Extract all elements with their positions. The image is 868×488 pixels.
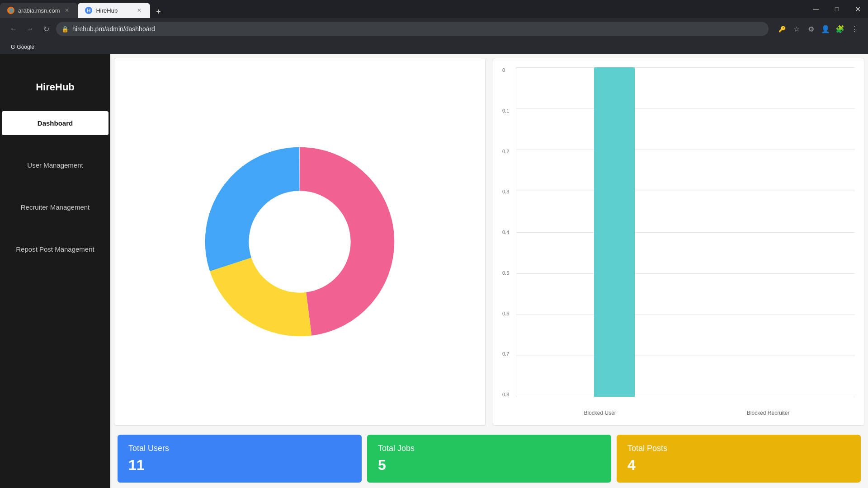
- google-favicon: G: [11, 44, 15, 50]
- tab-close-hirehub[interactable]: ✕: [136, 7, 143, 14]
- svg-point-3: [250, 192, 350, 292]
- stat-card-total-posts: Total Posts 4: [617, 435, 861, 483]
- stat-card-total-jobs: Total Jobs 5: [367, 435, 611, 483]
- y-label-0.8: 0.8: [502, 392, 512, 397]
- sidebar-item-user-management[interactable]: User Management: [0, 153, 110, 177]
- sidebar: HireHub Dashboard User Management Recrui…: [0, 54, 110, 488]
- bookmark-google[interactable]: G Google: [7, 43, 38, 51]
- stat-jobs-label: Total Jobs: [378, 444, 600, 453]
- browser-tabs-bar: 🌐 arabia.msn.com ✕ H HireHub ✕ + ─ □ ✕: [0, 0, 868, 18]
- y-label-0.4: 0.4: [502, 230, 512, 235]
- main-content: 0.8 0.7 0.6 0.5 0.4 0.3 0.2 0.1 0: [110, 54, 868, 488]
- y-label-0.5: 0.5: [502, 270, 512, 276]
- maximize-button[interactable]: □: [826, 0, 847, 18]
- extension-puzzle-icon[interactable]: 🧩: [834, 23, 846, 35]
- password-icon[interactable]: 🔑: [776, 23, 788, 35]
- tab-label-msn: arabia.msn.com: [18, 7, 60, 14]
- more-menu-icon[interactable]: ⋮: [848, 23, 861, 35]
- x-label-blocked-user: Blocked User: [584, 410, 616, 416]
- bar-blocked-user: [594, 67, 635, 397]
- charts-row: 0.8 0.7 0.6 0.5 0.4 0.3 0.2 0.1 0: [110, 54, 868, 429]
- y-label-0.6: 0.6: [502, 311, 512, 316]
- x-axis-labels: Blocked User Blocked Recruiter: [502, 408, 855, 416]
- bar-chart-area: 0.8 0.7 0.6 0.5 0.4 0.3 0.2 0.1 0: [502, 67, 855, 408]
- bar-blocked-user-fill: [594, 67, 635, 397]
- sidebar-item-repost-management[interactable]: Repost Post Management: [0, 237, 110, 261]
- close-button[interactable]: ✕: [847, 0, 868, 18]
- sidebar-item-recruiter-management[interactable]: Recruiter Management: [0, 195, 110, 219]
- stats-row: Total Users 11 Total Jobs 5 Total Posts …: [110, 429, 868, 488]
- sidebar-logo: HireHub: [0, 72, 110, 102]
- bar-blocked-recruiter: [736, 67, 777, 397]
- toolbar-icons: 🔑 ☆ ⚙ 👤 🧩 ⋮: [776, 23, 861, 35]
- forward-button[interactable]: →: [24, 23, 36, 35]
- sidebar-dashboard-label: Dashboard: [38, 119, 73, 127]
- bars-wrapper: [516, 67, 855, 397]
- stat-jobs-value: 5: [378, 457, 600, 474]
- sidebar-user-mgmt-label: User Management: [27, 161, 83, 169]
- tab-label-hirehub: HireHub: [96, 7, 118, 14]
- y-label-0.7: 0.7: [502, 351, 512, 357]
- tab-hirehub[interactable]: H HireHub ✕: [78, 3, 150, 18]
- y-label-0.3: 0.3: [502, 189, 512, 194]
- stat-users-label: Total Users: [128, 444, 351, 453]
- bookmarks-bar: G Google: [0, 40, 868, 54]
- stat-users-value: 11: [128, 457, 351, 474]
- tab-msn[interactable]: 🌐 arabia.msn.com ✕: [0, 3, 78, 18]
- stat-posts-label: Total Posts: [627, 444, 850, 453]
- bookmark-google-label: Google: [17, 44, 34, 50]
- bookmark-star-icon[interactable]: ☆: [790, 23, 803, 35]
- bar-chart-card: 0.8 0.7 0.6 0.5 0.4 0.3 0.2 0.1 0: [493, 58, 864, 426]
- refresh-button[interactable]: ↻: [40, 23, 52, 35]
- donut-chart-svg: [196, 138, 404, 346]
- y-axis: 0.8 0.7 0.6 0.5 0.4 0.3 0.2 0.1 0: [502, 67, 516, 397]
- bar-chart-container: 0.8 0.7 0.6 0.5 0.4 0.3 0.2 0.1 0: [502, 67, 855, 416]
- sidebar-repost-mgmt-label: Repost Post Management: [16, 245, 94, 253]
- tab-favicon-hirehub: H: [85, 7, 92, 14]
- stat-card-total-users: Total Users 11: [118, 435, 362, 483]
- extensions-icon[interactable]: ⚙: [805, 23, 817, 35]
- lock-icon: 🔒: [61, 26, 69, 33]
- back-button[interactable]: ←: [7, 23, 20, 35]
- donut-chart-card: [114, 58, 486, 426]
- new-tab-button[interactable]: +: [152, 5, 165, 18]
- tab-close-msn[interactable]: ✕: [63, 7, 71, 14]
- minimize-button[interactable]: ─: [806, 0, 826, 18]
- content-area: 0.8 0.7 0.6 0.5 0.4 0.3 0.2 0.1 0: [110, 54, 868, 488]
- tab-favicon-msn: 🌐: [7, 7, 14, 14]
- y-label-0: 0: [502, 67, 512, 73]
- x-label-blocked-recruiter: Blocked Recruiter: [747, 410, 790, 416]
- bars-container: [516, 67, 855, 397]
- address-text: hirehub.pro/admin/dashboard: [72, 25, 155, 33]
- browser-toolbar: ← → ↻ 🔒 hirehub.pro/admin/dashboard 🔑 ☆ …: [0, 18, 868, 40]
- sidebar-recruiter-mgmt-label: Recruiter Management: [21, 203, 90, 211]
- address-bar[interactable]: 🔒 hirehub.pro/admin/dashboard: [56, 22, 769, 36]
- sidebar-item-dashboard[interactable]: Dashboard: [2, 111, 108, 135]
- profile-icon[interactable]: 👤: [819, 23, 832, 35]
- stat-posts-value: 4: [627, 457, 850, 474]
- y-label-0.1: 0.1: [502, 108, 512, 113]
- browser-chrome: 🌐 arabia.msn.com ✕ H HireHub ✕ + ─ □ ✕ ←…: [0, 0, 868, 54]
- app-container: HireHub Dashboard User Management Recrui…: [0, 54, 868, 488]
- y-label-0.2: 0.2: [502, 149, 512, 154]
